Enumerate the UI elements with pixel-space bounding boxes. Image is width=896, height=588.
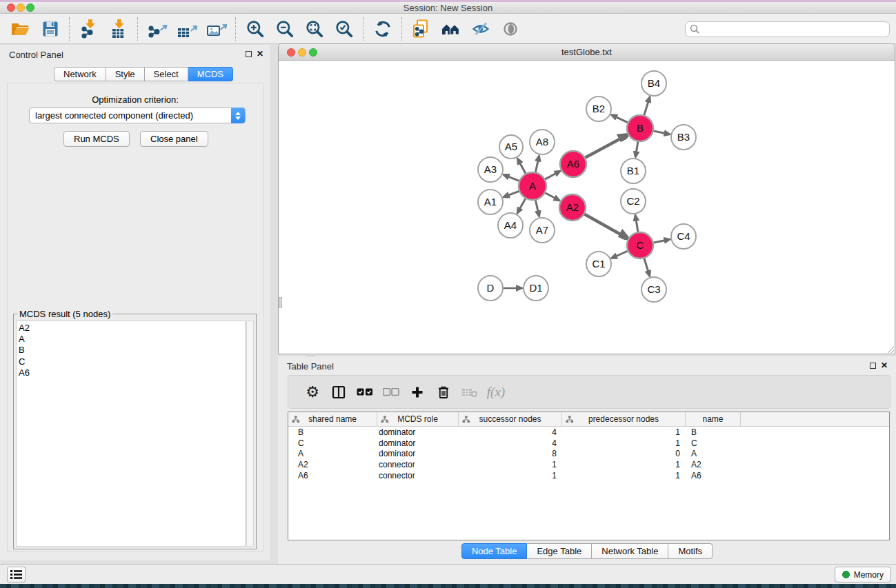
export-table-icon[interactable]: [172, 16, 201, 42]
import-table-icon[interactable]: [103, 16, 133, 42]
node-B3[interactable]: B3: [671, 125, 696, 150]
cell-MCDS-role[interactable]: connector: [377, 471, 459, 480]
close-panel-button[interactable]: Close panel: [140, 131, 208, 147]
network-graph[interactable]: B4B2BB3A5A8A6A3B1AA1C2A2A4A7CC4C1C3DD1: [279, 61, 895, 354]
show-all-icon[interactable]: [495, 16, 525, 42]
new-network-from-selection-icon[interactable]: [406, 16, 436, 42]
save-session-icon[interactable]: [35, 16, 65, 42]
cell-shared-name[interactable]: C: [288, 438, 377, 448]
cell-shared-name[interactable]: A: [288, 449, 377, 458]
tab-motifs[interactable]: Motifs: [668, 543, 713, 559]
cell-predecessor-nodes[interactable]: 1: [562, 427, 686, 437]
deselect-all-columns-icon[interactable]: [378, 382, 404, 403]
table-row[interactable]: A2connector11A2: [288, 459, 889, 470]
mcds-result-item[interactable]: C: [19, 356, 245, 367]
column-header-MCDS-role[interactable]: MCDS role: [377, 412, 459, 426]
cell-shared-name[interactable]: B: [288, 427, 377, 437]
cell-successor-nodes[interactable]: 4: [459, 438, 562, 448]
table-row[interactable]: Bdominator41B: [288, 427, 889, 438]
memory-button[interactable]: Memory: [835, 567, 891, 582]
column-header-successor-nodes[interactable]: successor nodes: [459, 412, 562, 426]
refresh-layout-icon[interactable]: [368, 16, 397, 42]
zoom-fit-icon[interactable]: [299, 16, 329, 42]
float-table-panel-icon[interactable]: [870, 363, 876, 369]
node-B1[interactable]: B1: [621, 159, 646, 183]
node-B4[interactable]: B4: [641, 71, 666, 96]
select-all-columns-icon[interactable]: [352, 382, 378, 403]
node-D[interactable]: D: [478, 276, 503, 301]
cell-MCDS-role[interactable]: dominator: [377, 438, 459, 448]
zoom-in-icon[interactable]: [240, 16, 270, 42]
float-panel-icon[interactable]: [246, 51, 252, 57]
cell-shared-name[interactable]: A2: [288, 460, 377, 469]
cell-MCDS-role[interactable]: dominator: [377, 427, 459, 437]
hide-selected-icon[interactable]: [466, 16, 495, 42]
cell-name[interactable]: A6: [686, 471, 741, 480]
zoom-out-icon[interactable]: [270, 16, 299, 42]
mcds-result-item[interactable]: B: [19, 345, 245, 356]
cell-predecessor-nodes[interactable]: 0: [562, 449, 686, 458]
tab-network-table[interactable]: Network Table: [592, 543, 668, 559]
cell-MCDS-role[interactable]: dominator: [377, 449, 459, 458]
export-network-icon[interactable]: [142, 16, 172, 42]
import-network-icon[interactable]: [74, 16, 103, 42]
open-file-icon[interactable]: [6, 16, 35, 42]
task-history-button[interactable]: [7, 567, 26, 582]
node-A5[interactable]: A5: [499, 135, 523, 159]
node-A[interactable]: A: [519, 172, 546, 200]
cell-predecessor-nodes[interactable]: 1: [562, 471, 686, 480]
delete-column-icon[interactable]: [430, 382, 457, 403]
node-C1[interactable]: C1: [586, 252, 611, 276]
cell-successor-nodes[interactable]: 1: [459, 471, 562, 480]
mcds-result-item[interactable]: A6: [19, 367, 245, 378]
zoom-selected-icon[interactable]: [329, 16, 359, 42]
node-A7[interactable]: A7: [530, 218, 555, 243]
cell-shared-name[interactable]: A6: [288, 471, 377, 480]
table-row[interactable]: A6connector11A6: [288, 470, 889, 481]
tab-mcds[interactable]: MCDS: [188, 67, 233, 81]
column-header-predecessor-nodes[interactable]: predecessor nodes: [562, 412, 686, 426]
node-A8[interactable]: A8: [530, 130, 555, 154]
cell-successor-nodes[interactable]: 4: [459, 427, 562, 437]
first-neighbors-icon[interactable]: [436, 16, 466, 42]
mcds-result-item[interactable]: A: [19, 334, 245, 345]
mcds-result-list[interactable]: A2ABCA6: [16, 321, 246, 547]
cell-successor-nodes[interactable]: 8: [459, 449, 562, 458]
canvas-vertical-scroll-thumb[interactable]: [279, 297, 282, 308]
cell-MCDS-role[interactable]: connector: [377, 460, 459, 469]
node-A6[interactable]: A6: [560, 151, 586, 177]
table-settings-icon[interactable]: ⚙: [299, 382, 326, 403]
column-header-shared-name[interactable]: shared name: [288, 412, 377, 426]
columns-icon[interactable]: [326, 382, 352, 403]
node-A2[interactable]: A2: [559, 194, 586, 221]
network-window-titlebar[interactable]: testGlobe.txt: [279, 44, 895, 61]
node-B2[interactable]: B2: [586, 97, 611, 121]
node-D1[interactable]: D1: [524, 276, 548, 301]
column-header-name[interactable]: name: [686, 412, 741, 426]
cell-predecessor-nodes[interactable]: 1: [562, 460, 686, 469]
result-scrollbar[interactable]: [246, 321, 254, 547]
criterion-dropdown[interactable]: largest connected component (directed): [29, 108, 246, 123]
node-C[interactable]: C: [627, 232, 653, 258]
search-input[interactable]: [685, 21, 890, 37]
node-C3[interactable]: C3: [641, 277, 666, 302]
cell-predecessor-nodes[interactable]: 1: [562, 438, 686, 448]
tab-node-table[interactable]: Node Table: [461, 543, 528, 559]
cell-name[interactable]: A2: [686, 460, 741, 469]
run-mcds-button[interactable]: Run MCDS: [63, 131, 130, 147]
edge-A2-C[interactable]: [583, 213, 620, 234]
close-table-panel-icon[interactable]: ✕: [881, 361, 888, 370]
close-panel-icon[interactable]: ✕: [257, 49, 263, 59]
tab-edge-table[interactable]: Edge Table: [527, 543, 592, 559]
cell-successor-nodes[interactable]: 1: [459, 460, 562, 469]
cell-name[interactable]: C: [686, 438, 741, 448]
table-row[interactable]: Cdominator41C: [288, 438, 889, 449]
node-A4[interactable]: A4: [498, 213, 523, 238]
tab-network[interactable]: Network: [54, 67, 106, 81]
tab-select[interactable]: Select: [145, 67, 188, 81]
edge-A6-B[interactable]: [584, 139, 620, 159]
mcds-result-item[interactable]: A2: [19, 323, 245, 334]
cell-name[interactable]: A: [686, 449, 741, 458]
node-C2[interactable]: C2: [621, 189, 646, 214]
edge-C-C3[interactable]: [644, 256, 648, 271]
